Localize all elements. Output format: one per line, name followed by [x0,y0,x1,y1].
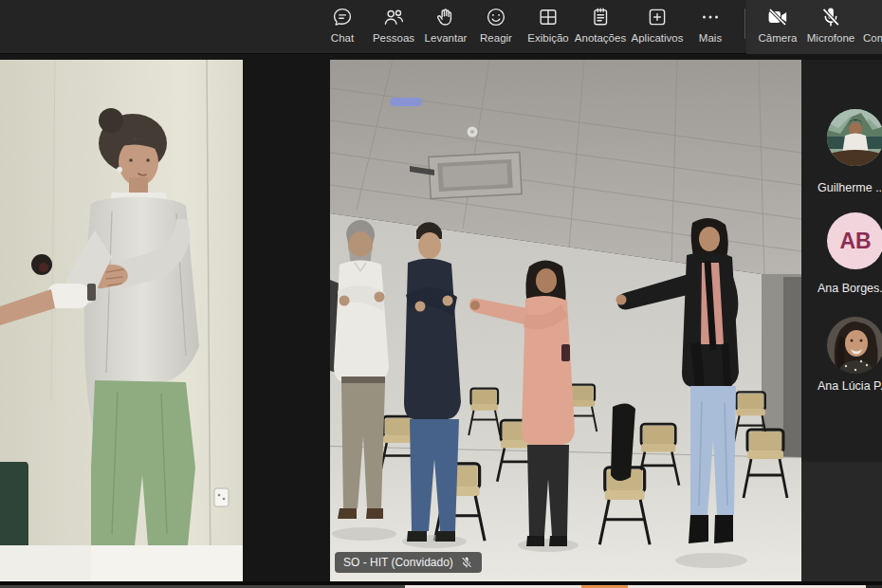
apps-label: Aplicativos [632,31,684,45]
notes-icon [589,5,612,29]
more-button[interactable]: Mais [686,5,735,50]
phone [561,344,570,361]
muted-mic-icon [460,556,473,569]
participants-sidebar: Guilherme ... AB Ana Borges... [801,60,882,581]
share-button[interactable]: Com [856,5,882,50]
view-button[interactable]: Exibição [520,5,577,50]
avatar-initials-ana-borges: AB [827,212,882,269]
apps-button[interactable]: Aplicativos [623,5,691,50]
share-label: Com [863,31,882,45]
toolbar-divider [744,9,745,39]
mic-off-icon [819,5,842,29]
chat-label: Chat [331,31,354,45]
people-icon [382,5,405,29]
participant-name: Guilherme ... [818,181,882,194]
microphone-label: Microfone [807,31,855,45]
participant-name-pill: SO - HIT (Convidado) [335,552,482,573]
left-video-feed [0,60,243,581]
participant-name: Ana Borges... [818,282,882,295]
participant-name: Ana Lúcia P... [818,379,882,393]
ceiling-light [390,98,422,106]
raise-hand-label: Levantar [425,31,468,45]
chat-icon [331,5,354,29]
view-label: Exibição [527,31,568,45]
view-icon [537,5,560,29]
participant-tile-ana-lucia[interactable]: Ana Lúcia P... [801,306,882,411]
meeting-stage: SO - HIT (Convidado) [0,54,882,588]
people-button[interactable]: Pessoas [364,5,423,50]
avatar-ana-lucia [827,317,882,374]
ac-vent [429,153,522,199]
microphone-toggle-button[interactable]: Microfone [799,5,863,50]
raise-hand-button[interactable]: Levantar [416,5,475,50]
teams-meeting-window: Chat Pessoas Levantar [0,0,882,588]
chat-button[interactable]: Chat [316,5,369,50]
people-label: Pessoas [373,31,414,45]
react-icon [485,5,507,29]
camera-label: Câmera [759,31,798,45]
main-video-feed [330,60,801,581]
participant-tile-guilherme[interactable]: Guilherme ... [801,60,882,202]
avatar-guilherme [827,109,882,166]
apps-icon [646,5,669,29]
avatar-initials-text: AB [839,229,871,254]
more-label: Mais [699,31,722,45]
more-icon [699,5,722,29]
notes-label: Anotações [575,31,626,45]
main-video-name: SO - HIT (Convidado) [343,556,453,569]
react-button[interactable]: Reagir [469,5,523,50]
meeting-toolbar: Chat Pessoas Levantar [0,0,882,54]
react-label: Reagir [480,31,512,45]
participant-tile-ana-borges[interactable]: AB Ana Borges... [801,202,882,306]
power-outlet [214,488,229,506]
raise-hand-icon [434,5,457,29]
camera-toggle-button[interactable]: Câmera [749,5,806,50]
video-tile-main[interactable]: SO - HIT (Convidado) [330,60,801,581]
video-tile-left[interactable] [0,60,243,581]
camera-off-icon [766,5,789,29]
sidebar-lower-panel [801,462,882,581]
trash-bin [0,462,28,550]
